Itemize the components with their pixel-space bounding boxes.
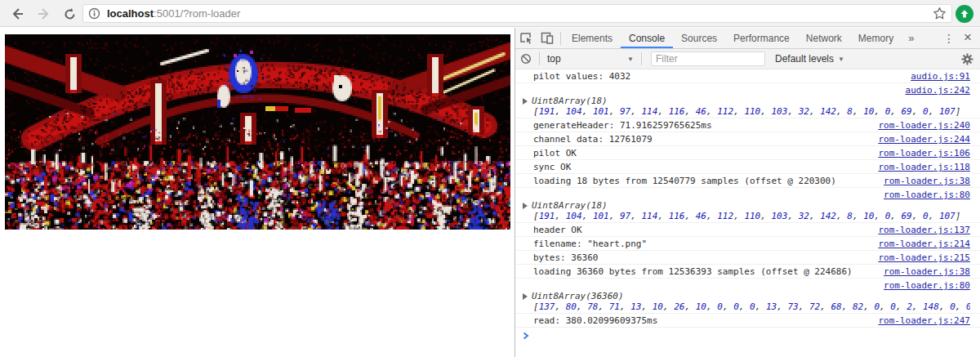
source-link[interactable]: rom-loader.js:247 [878, 315, 970, 326]
console-messages: pilot values: 4032 audio.js:91 audio.js:… [515, 69, 980, 343]
source-link[interactable]: rom-loader.js:80 [884, 280, 970, 291]
source-link[interactable]: audio.js:91 [911, 71, 970, 82]
tab-elements[interactable]: Elements [564, 28, 621, 48]
object-preview[interactable]: Uint8Array(18) [532, 96, 608, 106]
log-text: read: 380.02099609375ms [533, 315, 868, 326]
log-text: bytes: 36360 [533, 252, 868, 263]
console-settings-gear-icon[interactable] [961, 53, 973, 65]
console-log-row: generateHeader: 71.916259765625ms rom-lo… [515, 118, 980, 132]
console-log-row: loading 36360 bytes from 12536393 sample… [515, 265, 980, 279]
log-levels-select[interactable]: Default levels ▼ [772, 53, 848, 65]
reload-icon [63, 7, 77, 21]
tab-sources[interactable]: Sources [673, 28, 725, 48]
forward-button[interactable] [33, 3, 54, 25]
array-values: [137, 80, 78, 71, 13, 10, 26, 10, 0, 0, … [533, 301, 970, 312]
console-array-row: audio.js:242 Uint8Array(18) [191, 104, 1… [515, 83, 980, 118]
prompt-chevron-icon [522, 332, 530, 340]
log-text: filename: "heart.png" [533, 239, 868, 249]
execution-context-select[interactable]: top ▼ [542, 53, 639, 65]
chevron-down-icon: ▼ [838, 56, 844, 63]
device-toolbar-icon [541, 32, 554, 44]
url-text[interactable]: localhost:5001/?rom-loader [107, 7, 240, 20]
devtools-panel: Elements Console Sources Performance Net… [514, 28, 980, 357]
inspect-element-button[interactable] [515, 28, 537, 48]
source-link[interactable]: rom-loader.js:118 [878, 162, 970, 172]
devtools-menu-button[interactable]: ⋮ [936, 32, 962, 45]
forward-arrow-icon [37, 7, 51, 20]
console-log-row: pilot OK rom-loader.js:106 [515, 146, 980, 160]
devtools-close-button[interactable]: × [962, 29, 980, 47]
console-log-row: loading 18 bytes from 12540779 samples (… [515, 174, 980, 188]
console-log-row: pilot values: 4032 audio.js:91 [515, 69, 980, 83]
log-text: loading 36360 bytes from 12536393 sample… [533, 266, 874, 277]
url-host: localhost [107, 7, 154, 20]
clear-console-button[interactable] [515, 49, 537, 69]
tab-memory[interactable]: Memory [850, 28, 902, 48]
console-filter-input[interactable] [651, 51, 765, 66]
devtools-tab-bar: Elements Console Sources Performance Net… [515, 28, 980, 49]
array-values: [191, 104, 101, 97, 114, 116, 46, 112, 1… [533, 106, 970, 117]
log-text: loading 18 bytes from 12540779 samples (… [533, 176, 874, 186]
console-log-row: read: 380.02099609375ms rom-loader.js:24… [515, 314, 980, 328]
page-viewport [0, 28, 514, 357]
log-text: pilot values: 4032 [533, 71, 901, 82]
more-tabs-button[interactable]: » [902, 32, 920, 44]
expand-triangle-icon[interactable] [523, 293, 528, 300]
console-log-row: sync OK rom-loader.js:118 [515, 160, 980, 174]
console-prompt[interactable] [515, 328, 980, 343]
console-log-row: header OK rom-loader.js:137 [515, 223, 980, 237]
inspect-cursor-icon [519, 32, 533, 44]
up-arrow-icon [959, 8, 970, 20]
console-array-row: rom-loader.js:80 Uint8Array(36360) [137,… [515, 279, 980, 314]
back-arrow-icon [11, 7, 24, 20]
console-log-row: channel data: 12761079 rom-loader.js:244 [515, 132, 980, 146]
tab-console[interactable]: Console [621, 28, 673, 48]
source-link[interactable]: rom-loader.js:80 [884, 190, 970, 200]
site-info-icon[interactable] [88, 7, 100, 20]
source-link[interactable]: rom-loader.js:137 [878, 225, 970, 235]
expand-triangle-icon[interactable] [523, 98, 528, 105]
back-button[interactable] [7, 3, 28, 25]
url-bar[interactable]: localhost:5001/?rom-loader [82, 4, 952, 23]
log-text: header OK [533, 225, 868, 235]
expand-triangle-icon[interactable] [523, 203, 528, 209]
console-log-row: bytes: 36360 rom-loader.js:215 [515, 251, 980, 265]
log-levels-value: Default levels [775, 53, 834, 65]
source-link[interactable]: audio.js:242 [906, 85, 970, 96]
source-link[interactable]: rom-loader.js:214 [878, 239, 970, 249]
log-text: pilot OK [533, 148, 868, 158]
clear-console-icon [520, 53, 532, 65]
console-array-row: rom-loader.js:80 Uint8Array(18) [191, 10… [515, 188, 980, 223]
source-link[interactable]: rom-loader.js:244 [878, 134, 970, 145]
reload-button[interactable] [59, 3, 80, 25]
console-log-row: filename: "heart.png" rom-loader.js:214 [515, 237, 980, 251]
log-text: generateHeader: 71.916259765625ms [533, 120, 868, 131]
log-text: sync OK [533, 162, 868, 172]
device-toolbar-button[interactable] [537, 28, 558, 48]
url-path: :5001/?rom-loader [154, 7, 240, 20]
bookmark-star-icon[interactable] [933, 7, 947, 20]
source-link[interactable]: rom-loader.js:215 [878, 252, 970, 263]
divider [539, 52, 540, 65]
extension-button[interactable] [956, 5, 973, 23]
chevron-down-icon: ▼ [627, 56, 634, 63]
source-link[interactable]: rom-loader.js:38 [884, 176, 970, 186]
source-link[interactable]: rom-loader.js:240 [878, 120, 970, 131]
object-preview[interactable]: Uint8Array(18) [532, 200, 608, 211]
execution-context-value: top [547, 53, 561, 65]
source-link[interactable]: rom-loader.js:106 [878, 148, 970, 158]
divider [560, 32, 561, 45]
log-text: channel data: 12761079 [533, 134, 868, 145]
divider [641, 52, 642, 65]
console-toolbar: top ▼ Default levels ▼ [515, 49, 980, 69]
crowd-photo [5, 34, 510, 230]
browser-toolbar: localhost:5001/?rom-loader [0, 0, 980, 27]
array-values: [191, 104, 101, 97, 114, 116, 46, 112, 1… [533, 211, 970, 221]
source-link[interactable]: rom-loader.js:38 [884, 266, 970, 277]
tab-performance[interactable]: Performance [725, 28, 798, 48]
object-preview[interactable]: Uint8Array(36360) [532, 291, 624, 301]
tab-network[interactable]: Network [798, 28, 850, 48]
